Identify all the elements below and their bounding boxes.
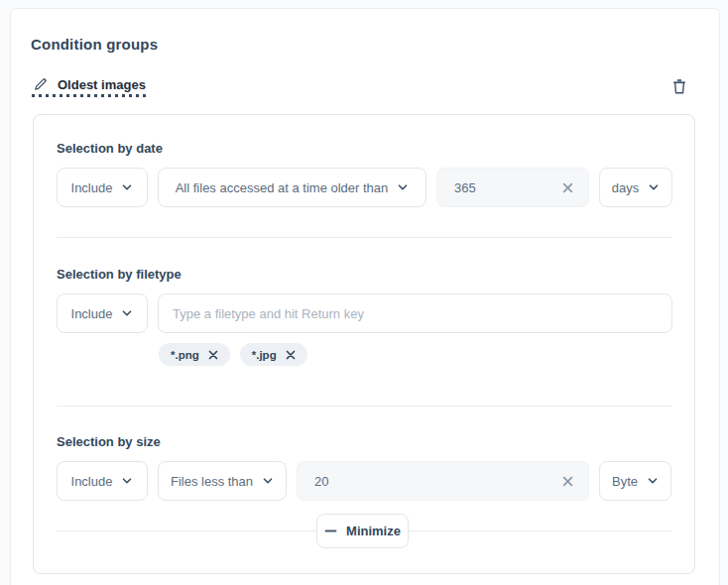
filetype-input[interactable] bbox=[173, 306, 658, 321]
condition-group-card: Selection by date Include All files acce… bbox=[33, 114, 695, 574]
minimize-button[interactable]: Minimize bbox=[316, 514, 409, 548]
chevron-down-icon bbox=[647, 475, 659, 487]
date-unit-label: days bbox=[612, 180, 639, 195]
size-clear-button[interactable] bbox=[561, 475, 574, 488]
size-unit-label: Byte bbox=[612, 474, 638, 489]
delete-group-button[interactable] bbox=[666, 72, 693, 100]
condition-groups-panel: Condition groups Oldest images Selection… bbox=[10, 8, 720, 585]
filetype-tag-label: *.jpg bbox=[252, 349, 277, 361]
chevron-down-icon bbox=[262, 475, 274, 487]
filetype-include-dropdown[interactable]: Include bbox=[57, 293, 148, 333]
chevron-down-icon bbox=[121, 307, 133, 319]
date-condition-dropdown[interactable]: All files accessed at a time older than bbox=[158, 168, 426, 207]
size-value-input[interactable] bbox=[314, 474, 561, 489]
minimize-label: Minimize bbox=[346, 524, 401, 538]
size-unit-dropdown[interactable]: Byte bbox=[599, 461, 671, 501]
group-name-row: Oldest images bbox=[33, 73, 146, 95]
chevron-down-icon bbox=[121, 181, 133, 193]
filetype-tag: *.jpg bbox=[240, 343, 307, 366]
size-section-heading: Selection by size bbox=[57, 434, 161, 449]
tag-x-icon bbox=[286, 350, 296, 360]
trash-icon bbox=[670, 77, 688, 96]
filetype-include-label: Include bbox=[71, 306, 113, 321]
minus-icon bbox=[324, 525, 337, 537]
size-value-field-wrap bbox=[297, 461, 589, 501]
tag-x-icon bbox=[208, 350, 218, 360]
clear-x-icon bbox=[561, 181, 574, 194]
pencil-icon[interactable] bbox=[33, 77, 48, 92]
section-divider bbox=[57, 406, 672, 407]
date-clear-button[interactable] bbox=[561, 181, 574, 194]
tag-remove-button[interactable] bbox=[208, 350, 218, 360]
date-section-heading: Selection by date bbox=[57, 141, 163, 156]
date-unit-dropdown[interactable]: days bbox=[599, 168, 672, 207]
filetype-tag: *.png bbox=[159, 343, 230, 366]
date-value-field-wrap bbox=[436, 168, 589, 207]
date-include-dropdown[interactable]: Include bbox=[57, 168, 148, 207]
section-divider bbox=[57, 237, 672, 238]
group-name-underline bbox=[32, 94, 150, 97]
filetype-field-wrap bbox=[158, 293, 672, 333]
date-condition-label: All files accessed at a time older than bbox=[176, 180, 389, 195]
size-include-label: Include bbox=[71, 474, 113, 489]
size-condition-label: Files less than bbox=[171, 474, 253, 489]
page-title: Condition groups bbox=[31, 36, 158, 53]
group-name-label: Oldest images bbox=[58, 77, 146, 92]
chevron-down-icon bbox=[397, 181, 409, 193]
tag-remove-button[interactable] bbox=[286, 350, 296, 360]
size-condition-dropdown[interactable]: Files less than bbox=[158, 461, 287, 501]
filetype-tags-row: *.png *.jpg bbox=[159, 343, 307, 366]
chevron-down-icon bbox=[648, 181, 660, 193]
chevron-down-icon bbox=[121, 475, 133, 487]
filetype-section-heading: Selection by filetype bbox=[57, 267, 182, 282]
filetype-tag-label: *.png bbox=[171, 349, 199, 361]
size-include-dropdown[interactable]: Include bbox=[57, 461, 148, 501]
date-value-input[interactable] bbox=[454, 180, 561, 195]
date-include-label: Include bbox=[71, 180, 113, 195]
clear-x-icon bbox=[561, 475, 574, 488]
